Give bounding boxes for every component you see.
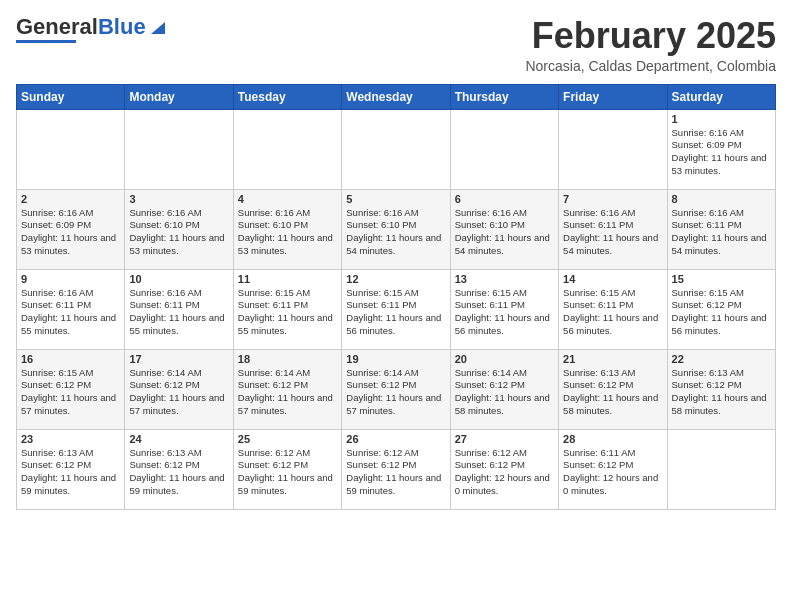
- calendar-cell: 7Sunrise: 6:16 AM Sunset: 6:11 PM Daylig…: [559, 189, 667, 269]
- day-info: Sunrise: 6:13 AM Sunset: 6:12 PM Dayligh…: [129, 447, 228, 498]
- day-info: Sunrise: 6:14 AM Sunset: 6:12 PM Dayligh…: [129, 367, 228, 418]
- calendar-cell: 14Sunrise: 6:15 AM Sunset: 6:11 PM Dayli…: [559, 269, 667, 349]
- day-number: 10: [129, 273, 228, 285]
- day-number: 15: [672, 273, 771, 285]
- day-number: 21: [563, 353, 662, 365]
- day-number: 4: [238, 193, 337, 205]
- page-header: GeneralBlue February 2025 Norcasia, Cald…: [16, 16, 776, 74]
- day-info: Sunrise: 6:14 AM Sunset: 6:12 PM Dayligh…: [346, 367, 445, 418]
- logo-underline: [16, 40, 76, 43]
- calendar-cell: 6Sunrise: 6:16 AM Sunset: 6:10 PM Daylig…: [450, 189, 558, 269]
- calendar-cell: 4Sunrise: 6:16 AM Sunset: 6:10 PM Daylig…: [233, 189, 341, 269]
- logo: GeneralBlue: [16, 16, 165, 43]
- day-info: Sunrise: 6:12 AM Sunset: 6:12 PM Dayligh…: [238, 447, 337, 498]
- calendar-cell: [342, 109, 450, 189]
- calendar-cell: 23Sunrise: 6:13 AM Sunset: 6:12 PM Dayli…: [17, 429, 125, 509]
- day-number: 14: [563, 273, 662, 285]
- calendar-cell: 8Sunrise: 6:16 AM Sunset: 6:11 PM Daylig…: [667, 189, 775, 269]
- weekday-header-tuesday: Tuesday: [233, 84, 341, 109]
- day-number: 12: [346, 273, 445, 285]
- weekday-header-thursday: Thursday: [450, 84, 558, 109]
- day-info: Sunrise: 6:15 AM Sunset: 6:12 PM Dayligh…: [21, 367, 120, 418]
- day-info: Sunrise: 6:16 AM Sunset: 6:11 PM Dayligh…: [129, 287, 228, 338]
- calendar-cell: [667, 429, 775, 509]
- day-info: Sunrise: 6:16 AM Sunset: 6:10 PM Dayligh…: [346, 207, 445, 258]
- calendar-cell: 2Sunrise: 6:16 AM Sunset: 6:09 PM Daylig…: [17, 189, 125, 269]
- calendar-cell: [450, 109, 558, 189]
- day-number: 25: [238, 433, 337, 445]
- svg-marker-0: [151, 22, 165, 34]
- calendar-cell: 5Sunrise: 6:16 AM Sunset: 6:10 PM Daylig…: [342, 189, 450, 269]
- calendar-week-2: 2Sunrise: 6:16 AM Sunset: 6:09 PM Daylig…: [17, 189, 776, 269]
- weekday-header-saturday: Saturday: [667, 84, 775, 109]
- day-info: Sunrise: 6:13 AM Sunset: 6:12 PM Dayligh…: [672, 367, 771, 418]
- logo-text: GeneralBlue: [16, 16, 146, 38]
- day-info: Sunrise: 6:16 AM Sunset: 6:11 PM Dayligh…: [21, 287, 120, 338]
- day-number: 19: [346, 353, 445, 365]
- logo-icon: [147, 18, 165, 36]
- day-info: Sunrise: 6:16 AM Sunset: 6:10 PM Dayligh…: [455, 207, 554, 258]
- day-number: 18: [238, 353, 337, 365]
- day-number: 11: [238, 273, 337, 285]
- day-info: Sunrise: 6:11 AM Sunset: 6:12 PM Dayligh…: [563, 447, 662, 498]
- calendar-cell: [125, 109, 233, 189]
- weekday-header-wednesday: Wednesday: [342, 84, 450, 109]
- weekday-header-friday: Friday: [559, 84, 667, 109]
- calendar-cell: [559, 109, 667, 189]
- calendar-cell: 22Sunrise: 6:13 AM Sunset: 6:12 PM Dayli…: [667, 349, 775, 429]
- day-number: 6: [455, 193, 554, 205]
- day-number: 27: [455, 433, 554, 445]
- calendar-cell: 18Sunrise: 6:14 AM Sunset: 6:12 PM Dayli…: [233, 349, 341, 429]
- calendar-cell: 3Sunrise: 6:16 AM Sunset: 6:10 PM Daylig…: [125, 189, 233, 269]
- calendar-cell: 9Sunrise: 6:16 AM Sunset: 6:11 PM Daylig…: [17, 269, 125, 349]
- day-number: 26: [346, 433, 445, 445]
- day-info: Sunrise: 6:12 AM Sunset: 6:12 PM Dayligh…: [455, 447, 554, 498]
- day-number: 17: [129, 353, 228, 365]
- calendar-cell: 20Sunrise: 6:14 AM Sunset: 6:12 PM Dayli…: [450, 349, 558, 429]
- calendar-week-4: 16Sunrise: 6:15 AM Sunset: 6:12 PM Dayli…: [17, 349, 776, 429]
- day-info: Sunrise: 6:16 AM Sunset: 6:10 PM Dayligh…: [129, 207, 228, 258]
- calendar-cell: 27Sunrise: 6:12 AM Sunset: 6:12 PM Dayli…: [450, 429, 558, 509]
- calendar-week-5: 23Sunrise: 6:13 AM Sunset: 6:12 PM Dayli…: [17, 429, 776, 509]
- day-info: Sunrise: 6:16 AM Sunset: 6:09 PM Dayligh…: [21, 207, 120, 258]
- day-info: Sunrise: 6:15 AM Sunset: 6:11 PM Dayligh…: [238, 287, 337, 338]
- day-info: Sunrise: 6:12 AM Sunset: 6:12 PM Dayligh…: [346, 447, 445, 498]
- day-number: 13: [455, 273, 554, 285]
- month-title: February 2025: [525, 16, 776, 56]
- calendar-cell: 24Sunrise: 6:13 AM Sunset: 6:12 PM Dayli…: [125, 429, 233, 509]
- calendar-cell: 17Sunrise: 6:14 AM Sunset: 6:12 PM Dayli…: [125, 349, 233, 429]
- calendar-cell: 15Sunrise: 6:15 AM Sunset: 6:12 PM Dayli…: [667, 269, 775, 349]
- calendar-cell: 11Sunrise: 6:15 AM Sunset: 6:11 PM Dayli…: [233, 269, 341, 349]
- calendar-week-3: 9Sunrise: 6:16 AM Sunset: 6:11 PM Daylig…: [17, 269, 776, 349]
- calendar-header-row: SundayMondayTuesdayWednesdayThursdayFrid…: [17, 84, 776, 109]
- day-info: Sunrise: 6:14 AM Sunset: 6:12 PM Dayligh…: [238, 367, 337, 418]
- day-info: Sunrise: 6:15 AM Sunset: 6:11 PM Dayligh…: [346, 287, 445, 338]
- day-info: Sunrise: 6:13 AM Sunset: 6:12 PM Dayligh…: [21, 447, 120, 498]
- calendar-cell: 12Sunrise: 6:15 AM Sunset: 6:11 PM Dayli…: [342, 269, 450, 349]
- calendar-cell: 26Sunrise: 6:12 AM Sunset: 6:12 PM Dayli…: [342, 429, 450, 509]
- calendar-cell: 21Sunrise: 6:13 AM Sunset: 6:12 PM Dayli…: [559, 349, 667, 429]
- title-block: February 2025 Norcasia, Caldas Departmen…: [525, 16, 776, 74]
- weekday-header-monday: Monday: [125, 84, 233, 109]
- calendar-cell: 1Sunrise: 6:16 AM Sunset: 6:09 PM Daylig…: [667, 109, 775, 189]
- day-info: Sunrise: 6:13 AM Sunset: 6:12 PM Dayligh…: [563, 367, 662, 418]
- day-info: Sunrise: 6:16 AM Sunset: 6:09 PM Dayligh…: [672, 127, 771, 178]
- location-title: Norcasia, Caldas Department, Colombia: [525, 58, 776, 74]
- calendar-cell: 16Sunrise: 6:15 AM Sunset: 6:12 PM Dayli…: [17, 349, 125, 429]
- calendar-week-1: 1Sunrise: 6:16 AM Sunset: 6:09 PM Daylig…: [17, 109, 776, 189]
- day-info: Sunrise: 6:14 AM Sunset: 6:12 PM Dayligh…: [455, 367, 554, 418]
- day-info: Sunrise: 6:15 AM Sunset: 6:12 PM Dayligh…: [672, 287, 771, 338]
- day-number: 2: [21, 193, 120, 205]
- calendar-table: SundayMondayTuesdayWednesdayThursdayFrid…: [16, 84, 776, 510]
- day-number: 1: [672, 113, 771, 125]
- day-number: 22: [672, 353, 771, 365]
- day-number: 23: [21, 433, 120, 445]
- day-number: 5: [346, 193, 445, 205]
- calendar-cell: 25Sunrise: 6:12 AM Sunset: 6:12 PM Dayli…: [233, 429, 341, 509]
- calendar-cell: 28Sunrise: 6:11 AM Sunset: 6:12 PM Dayli…: [559, 429, 667, 509]
- day-number: 8: [672, 193, 771, 205]
- day-number: 3: [129, 193, 228, 205]
- calendar-cell: 10Sunrise: 6:16 AM Sunset: 6:11 PM Dayli…: [125, 269, 233, 349]
- day-number: 16: [21, 353, 120, 365]
- day-number: 24: [129, 433, 228, 445]
